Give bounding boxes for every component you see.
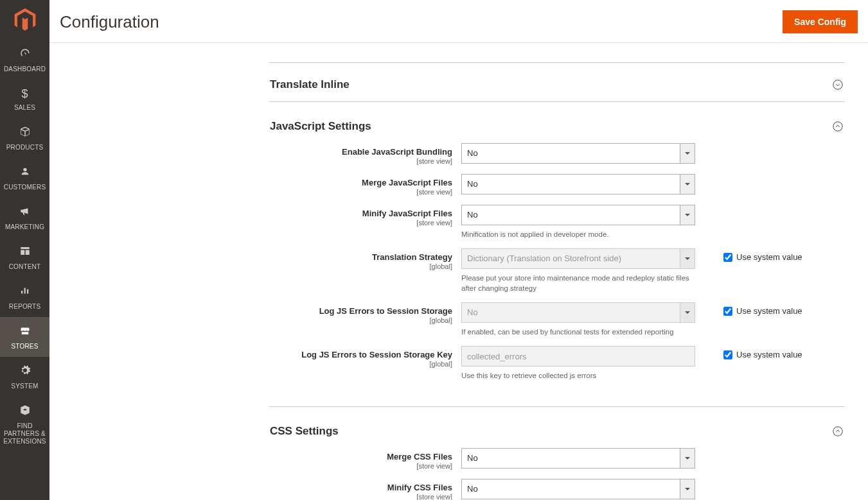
nav-label: MARKETING	[5, 223, 44, 231]
use-system-label: Use system value	[736, 306, 802, 316]
chevron-down-icon	[832, 79, 844, 91]
field-note: Please put your store into maintenance m…	[461, 273, 695, 293]
svg-point-0	[833, 80, 842, 89]
gear-icon	[19, 365, 31, 379]
section-header-js[interactable]: JavaScript Settings	[269, 102, 845, 143]
field-merge-css-files: Merge CSS Files [store view] No	[269, 448, 845, 470]
field-label: Minify CSS Files	[269, 483, 452, 492]
select-minify-css-files[interactable]: No	[461, 479, 695, 499]
section-header-translate[interactable]: Translate Inline	[269, 63, 845, 101]
use-system-label: Use system value	[736, 350, 802, 359]
field-scope: [store view]	[269, 188, 452, 196]
field-note: Use this key to retrieve collected js er…	[461, 370, 695, 381]
bar-chart-icon	[19, 285, 31, 300]
section-css-settings: CSS Settings Merge CSS Files [store view…	[269, 407, 845, 500]
select-log-js-errors: No	[461, 302, 695, 323]
nav-label: DASHBOARD	[4, 65, 46, 73]
chevron-up-icon	[832, 426, 844, 437]
nav-label: SYSTEM	[11, 383, 38, 390]
save-config-button[interactable]: Save Config	[783, 10, 858, 33]
box-icon	[19, 126, 31, 141]
svg-point-2	[833, 427, 842, 436]
nav-dashboard[interactable]: DASHBOARD	[0, 40, 49, 80]
nav-products[interactable]: PRODUCTS	[0, 118, 49, 158]
nav-label: CUSTOMERS	[4, 184, 46, 191]
dollar-icon: $	[21, 87, 28, 101]
field-label: Log JS Errors to Session Storage Key	[269, 350, 452, 359]
section-translate-inline: Translate Inline	[269, 62, 845, 102]
section-javascript-settings: JavaScript Settings Enable JavaScript Bu…	[269, 102, 845, 407]
checkbox-use-system-translation[interactable]	[723, 253, 732, 262]
nav-sales[interactable]: $SALES	[0, 80, 49, 118]
nav-partners[interactable]: FIND PARTNERS & EXTENSIONS	[0, 397, 49, 452]
partners-icon	[19, 404, 31, 419]
nav-label: STORES	[11, 343, 38, 350]
field-label: Translation Strategy	[269, 252, 452, 262]
use-system-label: Use system value	[736, 252, 802, 262]
nav-system[interactable]: SYSTEM	[0, 357, 49, 397]
nav-label: CONTENT	[9, 263, 41, 271]
field-label: Minify JavaScript Files	[269, 209, 452, 218]
field-enable-js-bundling: Enable JavaScript Bundling [store view] …	[269, 143, 845, 165]
dashboard-icon	[19, 47, 31, 62]
field-note: Minification is not applied in developer…	[461, 229, 695, 239]
checkbox-use-system-log-errors[interactable]	[723, 307, 732, 316]
checkbox-use-system-log-key[interactable]	[723, 350, 732, 359]
field-note: If enabled, can be used by functional te…	[461, 327, 695, 337]
field-label: Enable JavaScript Bundling	[269, 147, 452, 157]
select-translation-strategy: Dictionary (Translation on Storefront si…	[461, 248, 695, 269]
field-scope: [store view]	[269, 462, 452, 470]
field-minify-js-files: Minify JavaScript Files [store view] No …	[269, 205, 845, 239]
nav-label: REPORTS	[9, 303, 41, 311]
nav-label: FIND PARTNERS & EXTENSIONS	[3, 422, 47, 445]
field-scope: [store view]	[269, 219, 452, 227]
field-scope: [global]	[269, 360, 452, 368]
select-merge-css-files[interactable]: No	[461, 448, 695, 469]
section-title: CSS Settings	[270, 425, 339, 438]
field-scope: [global]	[269, 316, 452, 324]
nav-label: SALES	[14, 104, 35, 112]
field-merge-js-files: Merge JavaScript Files [store view] No	[269, 174, 845, 196]
field-minify-css-files: Minify CSS Files [store view] No Minific…	[269, 479, 845, 500]
field-scope: [store view]	[269, 157, 452, 165]
select-minify-js-files[interactable]: No	[461, 205, 695, 225]
magento-logo[interactable]	[0, 0, 49, 40]
chevron-up-icon	[832, 121, 844, 132]
nav-customers[interactable]: CUSTOMERS	[0, 158, 49, 198]
page-title: Configuration	[60, 12, 159, 32]
nav-marketing[interactable]: MARKETING	[0, 198, 49, 237]
nav-reports[interactable]: REPORTS	[0, 277, 49, 317]
person-icon	[20, 166, 30, 180]
select-enable-js-bundling[interactable]: No	[461, 143, 695, 164]
field-label: Merge JavaScript Files	[269, 178, 452, 187]
nav-stores[interactable]: STORES	[0, 317, 49, 357]
field-scope: [store view]	[269, 493, 452, 500]
field-scope: [global]	[269, 263, 452, 270]
field-translation-strategy: Translation Strategy [global] Dictionary…	[269, 248, 845, 293]
store-icon	[19, 325, 31, 340]
select-merge-js-files[interactable]: No	[461, 174, 695, 194]
megaphone-icon	[19, 205, 31, 220]
field-log-js-errors: Log JS Errors to Session Storage [global…	[269, 302, 845, 337]
section-title: Translate Inline	[270, 78, 350, 91]
field-label: Log JS Errors to Session Storage	[269, 306, 452, 316]
admin-sidebar: DASHBOARD $SALES PRODUCTS CUSTOMERS MARK…	[0, 0, 49, 500]
field-label: Merge CSS Files	[269, 452, 452, 461]
nav-label: PRODUCTS	[6, 144, 44, 151]
section-title: JavaScript Settings	[270, 120, 371, 133]
page-header: Configuration Save Config	[49, 0, 868, 43]
section-header-css[interactable]: CSS Settings	[269, 407, 845, 448]
input-log-js-errors-key	[461, 346, 695, 366]
svg-point-1	[833, 122, 842, 131]
field-log-js-errors-key: Log JS Errors to Session Storage Key [gl…	[269, 346, 845, 381]
layout-icon	[19, 245, 31, 260]
nav-content[interactable]: CONTENT	[0, 237, 49, 277]
